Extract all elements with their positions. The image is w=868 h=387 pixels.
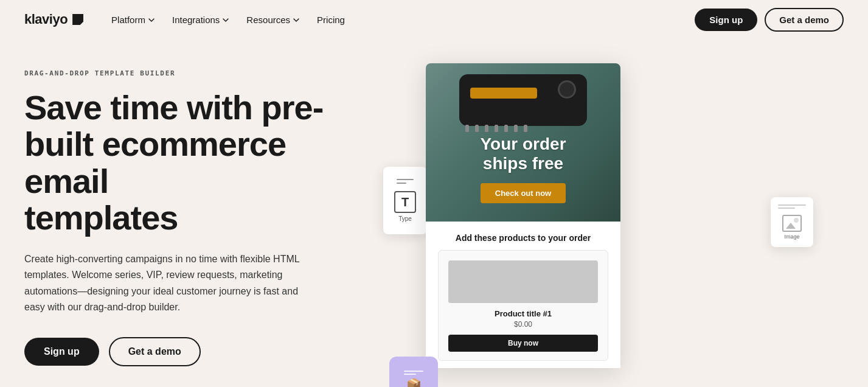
type-icon: T bbox=[394, 191, 416, 213]
hero-demo-button[interactable]: Get a demo bbox=[109, 337, 201, 366]
upsell-title: Add these products to your order bbox=[438, 233, 608, 243]
float-line bbox=[404, 371, 423, 372]
hero-description: Create high-converting campaigns in no t… bbox=[24, 251, 316, 316]
float-line bbox=[404, 374, 416, 375]
nav-label-pricing: Pricing bbox=[317, 15, 345, 25]
float-panel-lines bbox=[404, 371, 423, 375]
product-price: $0.00 bbox=[448, 320, 598, 329]
editor-line bbox=[397, 183, 406, 184]
stud bbox=[495, 125, 498, 132]
hero-signup-button[interactable]: Sign up bbox=[24, 338, 99, 366]
image-panel-lines bbox=[778, 204, 806, 209]
chevron-down-icon bbox=[222, 16, 229, 24]
stud bbox=[524, 125, 527, 132]
chevron-down-icon bbox=[293, 16, 300, 24]
stud bbox=[514, 125, 518, 132]
nav-label-integrations: Integrations bbox=[172, 15, 220, 25]
nav-item-integrations[interactable]: Integrations bbox=[166, 11, 235, 29]
box-icon: 📦 bbox=[406, 377, 422, 388]
hero-title-line1: Save time with pre- bbox=[24, 88, 323, 127]
hero-title-line2: built ecommerce email bbox=[24, 125, 286, 200]
hero-title: Save time with pre- built ecommerce emai… bbox=[24, 89, 347, 237]
product-title: Product title #1 bbox=[448, 309, 598, 318]
navbar: klaviyo Platform Integrations Resources … bbox=[0, 0, 868, 39]
eyebrow-text: DRAG-AND-DROP TEMPLATE BUILDER bbox=[24, 69, 347, 77]
email-cta-button[interactable]: Check out now bbox=[481, 183, 566, 203]
nav-signup-button[interactable]: Sign up bbox=[695, 9, 757, 31]
mountain-shape bbox=[786, 223, 796, 229]
logo[interactable]: klaviyo bbox=[24, 12, 83, 27]
pedal-bolt bbox=[558, 80, 576, 99]
image-editor-panel: Image bbox=[771, 197, 813, 247]
cta-group: Sign up Get a demo bbox=[24, 337, 347, 366]
product-card: Product title #1 $0.00 Buy now bbox=[438, 250, 608, 361]
nav-demo-button[interactable]: Get a demo bbox=[765, 8, 844, 32]
pedal-accent bbox=[470, 88, 537, 99]
nav-label-platform: Platform bbox=[111, 15, 145, 25]
float-panel: 📦 bbox=[389, 357, 438, 387]
main-content: DRAG-AND-DROP TEMPLATE BUILDER Save time… bbox=[0, 39, 868, 387]
email-hero-heading: Your order ships free bbox=[480, 134, 566, 173]
email-hero-image: Your order ships free Check out now bbox=[426, 63, 620, 221]
nav-item-resources[interactable]: Resources bbox=[240, 11, 306, 29]
product-image-placeholder bbox=[448, 260, 598, 303]
email-mockup: Your order ships free Check out now Add … bbox=[426, 63, 620, 368]
pedal-studs-row bbox=[465, 125, 581, 132]
type-editor-panel: T Type bbox=[383, 167, 427, 234]
sun-shape bbox=[794, 218, 799, 223]
email-hero-line2: ships free bbox=[483, 154, 563, 173]
panel-line bbox=[778, 207, 795, 209]
editor-lines bbox=[397, 179, 414, 184]
image-icon-wrapper: Image bbox=[782, 215, 802, 240]
nav-item-pricing[interactable]: Pricing bbox=[311, 11, 351, 29]
logo-text: klaviyo bbox=[24, 12, 68, 27]
navbar-right: Sign up Get a demo bbox=[695, 8, 844, 32]
editor-line bbox=[397, 179, 414, 180]
stud bbox=[475, 125, 479, 132]
image-icon bbox=[782, 215, 802, 232]
email-upsell-section: Add these products to your order Product… bbox=[426, 221, 620, 368]
chevron-down-icon bbox=[148, 16, 155, 24]
type-label: Type bbox=[398, 215, 412, 222]
nav-items: Platform Integrations Resources Pricing bbox=[105, 11, 351, 29]
stud bbox=[504, 125, 508, 132]
type-icon-wrapper: T Type bbox=[387, 174, 423, 227]
mockup-area: T Type bbox=[347, 63, 844, 387]
nav-item-platform[interactable]: Platform bbox=[105, 11, 161, 29]
panel-line bbox=[778, 204, 806, 206]
pedal-body bbox=[459, 74, 587, 126]
product-buy-button[interactable]: Buy now bbox=[448, 335, 598, 352]
logo-icon bbox=[72, 14, 83, 25]
email-hero-line1: Your order bbox=[480, 134, 566, 153]
navbar-left: klaviyo Platform Integrations Resources … bbox=[24, 11, 351, 29]
hero-content: DRAG-AND-DROP TEMPLATE BUILDER Save time… bbox=[24, 63, 347, 366]
nav-label-resources: Resources bbox=[246, 15, 290, 25]
hero-title-line3: templates bbox=[24, 198, 178, 237]
stud bbox=[485, 125, 488, 132]
image-label: Image bbox=[784, 234, 799, 240]
stud bbox=[465, 125, 469, 132]
